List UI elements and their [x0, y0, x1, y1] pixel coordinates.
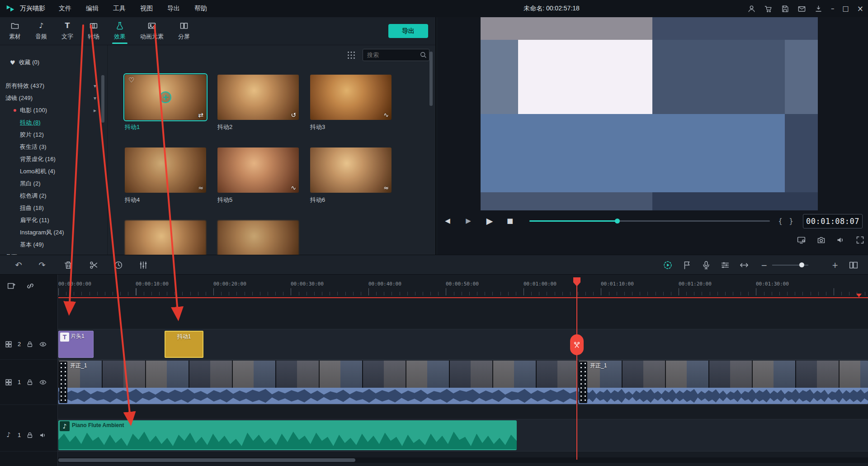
speaker-icon[interactable]: [39, 431, 47, 439]
fast-play-button[interactable]: ▶: [463, 216, 473, 225]
tab-elements[interactable]: 动画元素: [133, 17, 171, 45]
tab-audio[interactable]: ♪ 音频: [28, 17, 54, 45]
split-scissors-icon[interactable]: [89, 260, 99, 270]
timeline-hscrollbar-thumb[interactable]: [58, 458, 355, 462]
tab-splitscreen[interactable]: 分屏: [171, 17, 197, 45]
display-settings-icon[interactable]: [797, 235, 806, 245]
sidebar-item-film[interactable]: 胶片 (12): [0, 128, 107, 141]
menu-file[interactable]: 文件: [59, 5, 71, 13]
mark-in-icon[interactable]: {: [777, 216, 783, 226]
effect-thumbnail-shake6[interactable]: ≈: [310, 147, 392, 193]
minimize-button[interactable]: –: [831, 5, 835, 12]
zoom-out-icon[interactable]: −: [759, 260, 769, 270]
search-icon[interactable]: [419, 51, 427, 59]
adjust-sliders-icon[interactable]: [138, 260, 148, 270]
seek-knob[interactable]: [615, 219, 620, 223]
effect-label: 抖动4: [125, 196, 206, 204]
cart-icon[interactable]: [764, 5, 773, 13]
add-clip-icon[interactable]: [6, 281, 16, 291]
film-strip: [58, 361, 576, 388]
effect-thumbnail-shake2[interactable]: ↺: [217, 75, 299, 120]
eye-icon[interactable]: [39, 340, 47, 348]
sidebar-item-distort[interactable]: 扭曲 (18): [0, 202, 107, 214]
title-clip[interactable]: T 片头1: [58, 331, 94, 358]
menu-edit[interactable]: 编辑: [86, 5, 99, 13]
mail-icon[interactable]: [797, 5, 806, 13]
audio-mixer-icon[interactable]: [720, 260, 730, 270]
sidebar-item-bokeh[interactable]: 背景虚化 (16): [0, 153, 107, 165]
effect-thumbnail-shake1[interactable]: ♡ + ⇄: [125, 75, 206, 120]
effect-label: 抖动1: [125, 123, 206, 131]
stop-button[interactable]: ■: [505, 216, 515, 225]
play-button[interactable]: ▶: [484, 215, 495, 226]
sidebar-item-label: Lomo相机 (4): [20, 167, 55, 176]
sidebar-item-sepia[interactable]: 棕色调 (2): [0, 190, 107, 202]
sidebar-item-bw[interactable]: 黑白 (2): [0, 177, 107, 190]
menu-view[interactable]: 视图: [140, 5, 153, 13]
link-icon[interactable]: [25, 281, 35, 291]
redo-icon[interactable]: ↷: [37, 260, 47, 270]
menu-export[interactable]: 导出: [167, 5, 180, 13]
export-button[interactable]: 导出: [388, 24, 428, 38]
grid-view-icon[interactable]: [346, 50, 356, 60]
tab-effects[interactable]: 效果: [107, 17, 133, 45]
effect-thumbnail-shake3[interactable]: ∿: [310, 75, 392, 120]
duration-clock-icon[interactable]: [113, 260, 123, 270]
lock-icon[interactable]: [26, 431, 34, 439]
auto-ripple-icon[interactable]: [739, 260, 749, 270]
tab-text[interactable]: T 文字: [54, 17, 80, 45]
tab-media[interactable]: 素材: [2, 17, 28, 45]
eye-icon[interactable]: [39, 378, 47, 386]
maximize-button[interactable]: □: [843, 5, 849, 12]
sidebar-item-flat[interactable]: 扁平化 (11): [0, 214, 107, 226]
effect-clip[interactable]: 抖动1: [165, 331, 203, 358]
mark-out-icon[interactable]: }: [788, 216, 794, 226]
video-clip-segment-a[interactable]: 开正_1: [58, 361, 576, 404]
volume-icon[interactable]: [836, 235, 845, 245]
sidebar-item-basic[interactable]: 基本 (49): [0, 238, 107, 251]
timeline-ruler[interactable]: [58, 275, 868, 297]
lock-icon[interactable]: [26, 378, 34, 386]
undo-icon[interactable]: ↶: [14, 260, 24, 270]
download-icon[interactable]: [814, 5, 823, 13]
zoom-in-icon[interactable]: +: [830, 260, 840, 270]
render-preview-icon[interactable]: [663, 260, 673, 270]
sidebar-item-instagram[interactable]: Instagram风 (24): [0, 226, 107, 238]
preview-seek-bar[interactable]: [529, 220, 770, 222]
marker-flag-icon[interactable]: [682, 260, 692, 270]
tab-transition[interactable]: 转场: [80, 17, 107, 45]
track-panels-icon[interactable]: [849, 260, 859, 270]
effect-thumbnail-shake4[interactable]: ≈: [125, 147, 206, 193]
previous-frame-button[interactable]: ◀: [443, 216, 453, 225]
account-icon[interactable]: [747, 5, 756, 13]
sidebar-item-filters[interactable]: 滤镜 (249) ▾: [0, 92, 107, 104]
effect-thumbnail-shake5[interactable]: ∿: [217, 147, 299, 193]
effects-grid-scrollbar[interactable]: [429, 52, 433, 106]
favorite-heart-icon[interactable]: ♡: [128, 77, 134, 84]
menu-tools[interactable]: 工具: [113, 5, 126, 13]
menu-help[interactable]: 帮助: [194, 5, 207, 13]
sidebar-item-all-effects[interactable]: 所有特效 (437) ▾: [0, 80, 107, 92]
fullscreen-icon[interactable]: [855, 235, 865, 245]
sidebar-item-lomo[interactable]: Lomo相机 (4): [0, 165, 107, 177]
effect-thumbnail[interactable]: [217, 220, 299, 255]
sidebar-item-shake[interactable]: 抖动 (8): [0, 116, 107, 128]
snapshot-camera-icon[interactable]: [816, 235, 826, 245]
save-icon[interactable]: [781, 5, 789, 13]
sidebar-item-overlay[interactable]: 叠覆 (152) ▾: [0, 251, 107, 255]
sidebar-item-movie[interactable]: 电影 (100) ▸: [0, 104, 107, 116]
add-to-timeline-icon[interactable]: +: [160, 91, 171, 103]
audio-clip[interactable]: ♪ Piano Flute Ambient: [58, 420, 517, 450]
lock-icon[interactable]: [26, 340, 34, 348]
cut-scissors-badge[interactable]: [570, 334, 584, 355]
sidebar-scrollbar[interactable]: [101, 75, 104, 123]
effect-thumbnail[interactable]: [125, 220, 206, 255]
sidebar-item-nightlife[interactable]: 夜生活 (3): [0, 141, 107, 153]
favorites-row[interactable]: ♥ 收藏 (0): [0, 56, 107, 69]
record-voiceover-mic-icon[interactable]: [701, 260, 711, 270]
timeline-zoom-knob[interactable]: [799, 262, 804, 267]
close-button[interactable]: ×: [857, 5, 863, 13]
delete-trash-icon[interactable]: [63, 260, 73, 270]
preview-timecode: 00:01:08:07: [803, 214, 863, 228]
video-clip-segment-b[interactable]: 开正_1: [578, 361, 868, 404]
